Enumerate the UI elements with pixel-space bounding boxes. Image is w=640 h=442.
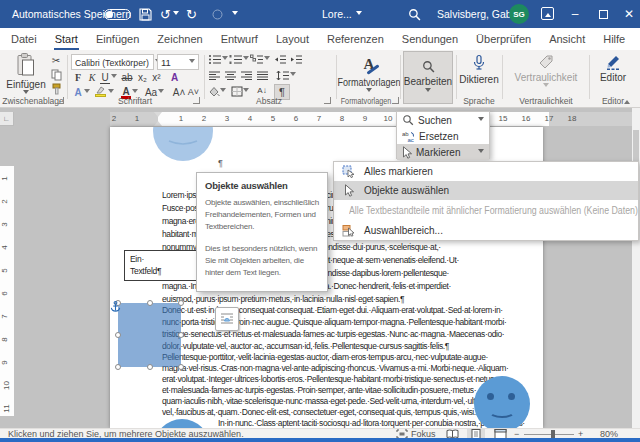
increase-indent-button[interactable]: [290, 54, 303, 65]
subscript-button[interactable]: x₂: [136, 72, 149, 83]
change-case-caret[interactable]: [158, 89, 164, 96]
superscript-button[interactable]: x²: [150, 72, 163, 83]
paragraph-dialog-launcher-icon[interactable]: [324, 97, 331, 104]
paste-button[interactable]: Einfügen: [4, 53, 48, 97]
redo-button[interactable]: ↻: [186, 0, 197, 28]
tab-formformatierung[interactable]: Formformatierung: [634, 28, 640, 50]
selection-handle[interactable]: [115, 332, 121, 338]
language-group-label: Sprache: [459, 96, 499, 106]
menu-item-auswahlbereich[interactable]: Auswahlbereich...: [334, 221, 638, 240]
selection-handle[interactable]: [178, 364, 184, 370]
copy-icon[interactable]: [48, 68, 64, 81]
strikethrough-button[interactable]: ab: [120, 72, 134, 83]
justify-button[interactable]: [256, 70, 269, 81]
selection-handle[interactable]: [147, 364, 153, 370]
font-dialog-launcher-icon[interactable]: [193, 97, 200, 104]
tab-layout[interactable]: Layout: [267, 28, 318, 50]
align-left-button[interactable]: [208, 70, 221, 81]
smiley-mouth: [489, 406, 515, 418]
font-size-select[interactable]: 11: [157, 54, 199, 70]
format-painter-icon[interactable]: [48, 82, 64, 95]
quick-access-icon[interactable]: [212, 0, 223, 28]
ruler-number: 6: [0, 291, 9, 295]
bold-button[interactable]: F: [72, 72, 84, 83]
tab-entwurf[interactable]: Entwurf: [212, 28, 267, 50]
tab-selector[interactable]: ∟: [0, 112, 14, 126]
cut-icon[interactable]: ✂: [48, 54, 64, 67]
editing-button[interactable]: Bearbeiten: [403, 51, 453, 104]
underline-caret[interactable]: [111, 74, 117, 81]
underline-button[interactable]: U: [100, 72, 110, 84]
layout-options-button[interactable]: [215, 307, 239, 331]
zoom-slider[interactable]: [524, 434, 574, 435]
search-icon[interactable]: [408, 0, 421, 28]
indent-marker-icon[interactable]: [154, 117, 162, 126]
minimize-button[interactable]: –: [562, 0, 588, 28]
italic-button[interactable]: K: [86, 72, 98, 83]
qat-customize-caret[interactable]: [232, 0, 238, 28]
sensitivity-icon: [538, 54, 554, 70]
horizontal-ruler[interactable]: 21123456789101112131415161718: [110, 112, 632, 126]
ribbon-display-options-icon[interactable]: [541, 7, 554, 20]
tab-sendungen[interactable]: Sendungen: [393, 28, 467, 50]
object-selection-rectangle[interactable]: [118, 303, 181, 367]
document-text-line: dolor,·vulputate·vel,·auctor·ac,·accumsa…: [162, 341, 449, 351]
maximize-button[interactable]: [590, 0, 616, 28]
align-right-button[interactable]: [240, 70, 253, 81]
clipboard-dialog-launcher-icon[interactable]: [57, 97, 64, 104]
tab-zeichnen[interactable]: Zeichnen: [148, 28, 211, 50]
menu-item-ersetzen[interactable]: abac Ersetzen: [397, 128, 489, 144]
selection-handle[interactable]: [178, 300, 184, 306]
styles-button[interactable]: A Formatvorlagen: [340, 56, 398, 95]
font-name-select[interactable]: Calibri (Textkörper): [71, 54, 154, 70]
text-box[interactable]: Ein· Textfeld¶: [124, 250, 198, 281]
tab-start[interactable]: Start: [46, 28, 87, 50]
bullet-list-button[interactable]: [208, 54, 228, 65]
vertical-scrollbar[interactable]: [632, 108, 640, 428]
sort-button[interactable]: A↓: [254, 86, 270, 95]
ruler-number: 1: [179, 114, 183, 123]
menu-item-suchen[interactable]: Suchen: [397, 112, 489, 128]
sensitivity-label: Vertraulichkeit: [515, 72, 578, 83]
selection-handle[interactable]: [178, 332, 184, 338]
line-spacing-button[interactable]: [276, 70, 296, 81]
collapse-ribbon-icon[interactable]: [624, 97, 630, 104]
clear-formatting-button[interactable]: A: [168, 72, 181, 83]
font-color-caret[interactable]: [132, 89, 138, 96]
tab-einfügen[interactable]: Einfügen: [87, 28, 148, 50]
menu-item-markieren[interactable]: Markieren: [397, 144, 489, 160]
multilevel-list-button[interactable]: [250, 54, 270, 65]
selection-handle[interactable]: [115, 364, 121, 370]
tab-hilfe[interactable]: Hilfe: [594, 28, 634, 50]
document-text-line: magna·vel·risus.·Cras·non·magna·vel·ante…: [162, 363, 508, 373]
circle-shape[interactable]: [153, 127, 213, 161]
align-center-button[interactable]: [224, 70, 237, 81]
decrease-indent-button[interactable]: [274, 54, 287, 65]
menu-item-label: Suchen: [418, 115, 452, 126]
selection-handle[interactable]: [147, 300, 153, 306]
numbered-list-button[interactable]: [229, 54, 249, 65]
menu-item-objekte-auswaehlen[interactable]: Objekte auswählen: [334, 181, 638, 200]
tab-überprüfen[interactable]: Überprüfen: [467, 28, 540, 50]
avatar[interactable]: SG: [509, 4, 529, 24]
circle-shape-bottom[interactable]: [154, 419, 210, 428]
undo-button[interactable]: ↺: [160, 0, 179, 28]
autosave-toggle[interactable]: [104, 9, 131, 20]
editor-button[interactable]: Editor: [592, 54, 634, 83]
close-button[interactable]: ✕: [616, 0, 640, 28]
sensitivity-button: Vertraulichkeit: [506, 54, 586, 90]
menu-item-alles-markieren[interactable]: Alles markieren: [334, 162, 638, 181]
vertical-ruler[interactable]: 1234567891011: [0, 126, 14, 428]
document-title[interactable]: Lore...: [322, 0, 362, 28]
highlight-caret[interactable]: [108, 89, 114, 96]
smiley-shape[interactable]: [474, 376, 530, 428]
tab-referenzen[interactable]: Referenzen: [318, 28, 393, 50]
save-icon[interactable]: [139, 0, 152, 28]
tab-ansicht[interactable]: Ansicht: [540, 28, 594, 50]
styles-dialog-launcher-icon[interactable]: [392, 97, 399, 104]
text-effects-caret[interactable]: [84, 89, 90, 96]
tab-datei[interactable]: Datei: [2, 28, 46, 50]
user-name[interactable]: Salvisberg, Gaby: [437, 0, 517, 28]
menu-item-label: Markieren: [416, 147, 460, 158]
dictate-button[interactable]: Diktieren: [459, 54, 499, 85]
